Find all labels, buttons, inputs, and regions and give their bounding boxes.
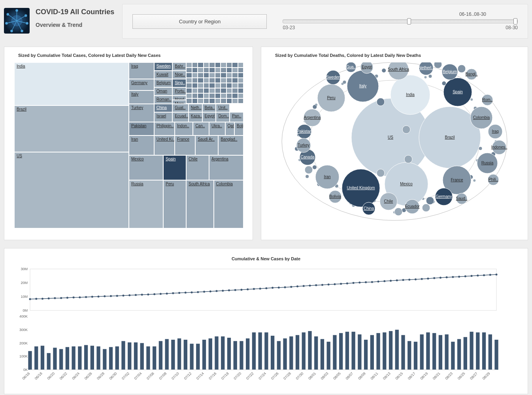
bar[interactable]	[134, 342, 138, 370]
bar[interactable]	[351, 332, 355, 370]
treemap-cell-small[interactable]	[215, 78, 221, 83]
treemap-cell-small[interactable]	[215, 93, 221, 98]
treemap-cell-small[interactable]	[204, 98, 209, 103]
treemap-cell-small[interactable]	[221, 78, 226, 83]
bar[interactable]	[271, 336, 274, 370]
treemap-cell[interactable]: Colombia	[214, 180, 243, 228]
treemap-cell[interactable]: Bahr..	[172, 62, 186, 71]
bar[interactable]	[128, 342, 131, 370]
bubble[interactable]	[405, 199, 419, 214]
treemap-cell-small[interactable]	[226, 78, 232, 83]
bubble[interactable]	[360, 62, 373, 73]
bubble[interactable]	[404, 155, 412, 163]
treemap-cell[interactable]: Guat..	[172, 104, 189, 112]
bar[interactable]	[482, 333, 486, 370]
bubble[interactable]	[346, 62, 356, 72]
treemap-cell[interactable]: Ukra..	[209, 122, 225, 135]
treemap-cell[interactable]: Ecuad..	[172, 112, 189, 122]
treemap-cell-small[interactable]	[232, 98, 238, 103]
bar[interactable]	[302, 333, 306, 370]
treemap-cell-small[interactable]	[192, 73, 198, 78]
bar[interactable]	[47, 353, 51, 370]
treemap-cell[interactable]: Egypt	[202, 112, 216, 122]
treemap-cell-small[interactable]	[238, 88, 244, 93]
bubble[interactable]	[488, 174, 499, 185]
bar[interactable]	[215, 337, 218, 370]
bar[interactable]	[115, 346, 119, 370]
bar[interactable]	[165, 339, 168, 370]
bubble[interactable]	[442, 64, 458, 80]
bar[interactable]	[258, 333, 262, 370]
treemap-cell[interactable]: Sing..	[172, 79, 186, 87]
bubble[interactable]	[492, 140, 506, 154]
treemap-cell[interactable]: Hond..	[172, 96, 186, 100]
bar[interactable]	[96, 346, 100, 370]
treemap-cell[interactable]: Turkey	[129, 104, 154, 122]
bar[interactable]	[184, 340, 187, 370]
treemap-cell-small[interactable]	[215, 68, 221, 73]
bar[interactable]	[432, 333, 436, 370]
bar[interactable]	[121, 341, 125, 370]
bar[interactable]	[91, 346, 94, 370]
bar[interactable]	[383, 333, 386, 370]
cumulative-line[interactable]	[30, 275, 496, 299]
bubble[interactable]	[380, 193, 397, 210]
bubble[interactable]	[470, 107, 492, 129]
bubble[interactable]	[304, 109, 321, 126]
bar[interactable]	[345, 332, 349, 370]
bubble[interactable]	[315, 165, 339, 189]
bubble[interactable]	[342, 169, 380, 207]
bar[interactable]	[84, 345, 88, 370]
bubble[interactable]	[296, 138, 311, 152]
treemap-cell-small[interactable]	[192, 68, 198, 73]
treemap-cell-small[interactable]	[186, 78, 192, 83]
treemap-cell-small[interactable]	[192, 62, 198, 68]
bubble[interactable]	[435, 188, 453, 205]
bubble[interactable]	[458, 65, 466, 73]
bar[interactable]	[451, 342, 455, 370]
treemap-cell-small[interactable]	[209, 78, 215, 83]
bar[interactable]	[308, 331, 311, 370]
treemap-cell[interactable]: Belgium	[154, 79, 172, 87]
treemap-cell[interactable]: Can..	[193, 122, 209, 135]
bar[interactable]	[66, 347, 69, 370]
treemap-cell-small[interactable]	[238, 73, 244, 78]
treemap-cell-small[interactable]	[232, 88, 238, 93]
bar[interactable]	[414, 342, 417, 370]
bar[interactable]	[470, 332, 473, 370]
treemap-cell[interactable]: South Africa	[186, 180, 214, 228]
treemap-cell-small[interactable]	[204, 78, 209, 83]
treemap-cell-small[interactable]	[215, 98, 221, 103]
bubble[interactable]	[347, 70, 379, 102]
bar[interactable]	[221, 337, 224, 370]
treemap-cell[interactable]: India	[14, 62, 129, 105]
treemap-cell-small[interactable]	[226, 68, 232, 73]
bar[interactable]	[364, 340, 368, 370]
bubble-tiny[interactable]	[343, 81, 346, 84]
bubble[interactable]	[434, 62, 442, 68]
date-slider[interactable]: 06-16..08-30 03-23 08-30	[283, 12, 518, 30]
bubble[interactable]	[482, 94, 493, 105]
treemap-cell[interactable]: Pakistan	[129, 122, 154, 135]
treemap-cell-small[interactable]	[221, 83, 226, 88]
bar[interactable]	[240, 341, 243, 370]
treemap-cell[interactable]: Chile	[186, 155, 209, 180]
treemap-cell[interactable]: Neth..	[189, 104, 202, 112]
treemap-cell[interactable]: China	[154, 104, 172, 112]
treemap-cell-small[interactable]	[232, 93, 238, 98]
bar[interactable]	[53, 348, 57, 370]
treemap-cell-small[interactable]	[192, 88, 198, 93]
bubble[interactable]	[477, 153, 498, 173]
treemap-cell-small[interactable]	[209, 68, 215, 73]
bar[interactable]	[476, 333, 479, 370]
bar[interactable]	[358, 335, 361, 370]
treemap-cell[interactable]: Italy	[129, 90, 154, 104]
treemap-cell[interactable]: Sweden	[154, 62, 172, 71]
bar[interactable]	[339, 333, 343, 370]
treemap-cell-small[interactable]	[186, 73, 192, 78]
treemap-cell-small[interactable]	[232, 83, 238, 88]
treemap-cell-small[interactable]	[209, 83, 215, 88]
treemap-chart[interactable]: IndiaBrazilUSIraqGermanyItalyTurkeyPakis…	[14, 62, 243, 228]
bar[interactable]	[153, 346, 156, 370]
treemap-cell[interactable]: US	[14, 152, 129, 228]
